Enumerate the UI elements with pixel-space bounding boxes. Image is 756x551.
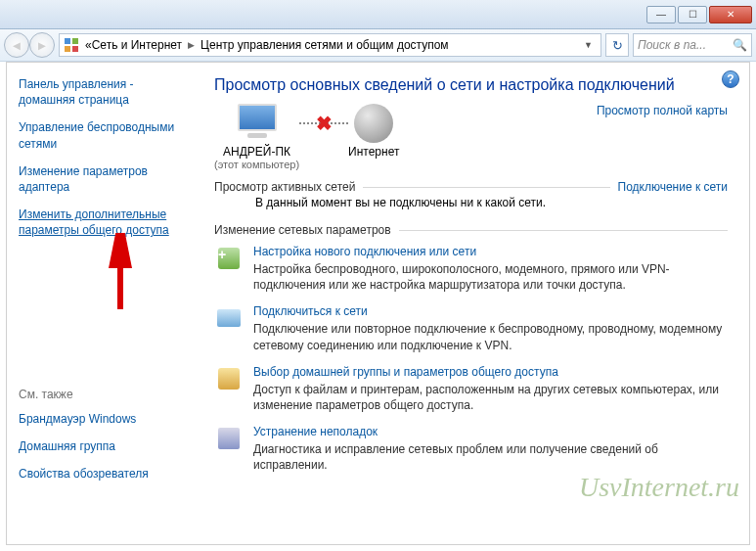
svg-rect-1 (72, 38, 78, 44)
setup-new-connection-item: Настройка нового подключения или сети На… (214, 245, 728, 293)
minimize-button[interactable]: — (646, 6, 676, 23)
connect-network-link[interactable]: Подключиться к сети (253, 304, 728, 318)
close-button[interactable]: ✕ (709, 6, 752, 23)
sidebar-adapter[interactable]: Изменение параметров адаптера (19, 163, 193, 195)
active-networks-title: Просмотр активных сетей (214, 180, 355, 194)
sidebar-internet-options[interactable]: Свойства обозревателя (19, 466, 193, 482)
connect-icon (214, 304, 244, 332)
pc-name: АНДРЕЙ-ПК (214, 145, 299, 159)
sidebar: Панель управления - домашняя страница Уп… (7, 63, 204, 544)
sidebar-advanced-sharing[interactable]: Изменить дополнительные параметры общего… (19, 207, 193, 238)
see-also-label: См. также (19, 388, 193, 401)
change-settings-header: Изменение сетевых параметров (214, 223, 728, 237)
sidebar-homegroup[interactable]: Домашняя группа (19, 438, 193, 454)
sidebar-firewall[interactable]: Брандмауэр Windows (19, 411, 193, 427)
window-titlebar: — ☐ ✕ (0, 0, 756, 29)
connect-desc: Подключение или повторное подключение к … (253, 321, 728, 352)
nav-back-forward: ◄ ► (4, 32, 55, 58)
setup-desc: Настройка беспроводного, широкополосного… (253, 261, 728, 293)
active-networks-header: Просмотр активных сетей Подключение к се… (214, 180, 728, 194)
disconnected-icon: ✖ (316, 112, 333, 135)
connect-to-network-link[interactable]: Подключение к сети (618, 180, 728, 194)
troubleshoot-link[interactable]: Устранение неполадок (253, 425, 728, 438)
globe-icon (354, 104, 393, 143)
control-panel-icon (64, 37, 79, 53)
this-pc-node: АНДРЕЙ-ПК (этот компьютер) (214, 104, 299, 170)
change-settings-title: Изменение сетевых параметров (214, 223, 391, 237)
svg-rect-2 (65, 46, 70, 52)
svg-rect-3 (72, 46, 78, 52)
troubleshoot-icon (214, 425, 244, 452)
setup-icon (214, 245, 244, 272)
back-button[interactable]: ◄ (4, 32, 29, 58)
setup-new-connection-link[interactable]: Настройка нового подключения или сети (253, 245, 728, 258)
breadcrumb-prefix: « (85, 38, 92, 52)
main-content: ? Просмотр основных сведений о сети и на… (204, 63, 749, 544)
pc-sub: (этот компьютер) (214, 159, 299, 170)
connection-line: ✖ (299, 104, 348, 143)
troubleshoot-item: Устранение неполадок Диагностика и испра… (214, 425, 728, 473)
homegroup-icon (214, 365, 244, 392)
connect-network-item: Подключиться к сети Подключение или повт… (214, 304, 728, 352)
search-placeholder: Поиск в па... (638, 38, 706, 52)
homegroup-desc: Доступ к файлам и принтерам, расположенн… (253, 382, 728, 413)
page-title: Просмотр основных сведений о сети и наст… (214, 76, 728, 94)
help-icon[interactable]: ? (722, 70, 739, 88)
breadcrumb-1[interactable]: Сеть и Интернет (92, 38, 182, 52)
sidebar-wireless[interactable]: Управление беспроводными сетями (19, 119, 193, 151)
window-body: Панель управления - домашняя страница Уп… (6, 62, 750, 545)
full-map-link[interactable]: Просмотр полной карты (597, 104, 728, 117)
internet-label: Интернет (348, 145, 399, 159)
svg-rect-0 (65, 38, 70, 44)
sidebar-home[interactable]: Панель управления - домашняя страница (19, 76, 193, 108)
breadcrumb-2[interactable]: Центр управления сетями и общим доступом (200, 38, 449, 52)
not-connected-text: В данный момент вы не подключены ни к ка… (255, 196, 728, 209)
watermark: UsvInternet.ru (579, 472, 739, 503)
chevron-right-icon: ▶ (188, 40, 195, 50)
address-dropdown-icon[interactable]: ▼ (580, 40, 597, 50)
address-bar[interactable]: « Сеть и Интернет ▶ Центр управления сет… (59, 33, 601, 57)
homegroup-item: Выбор домашней группы и параметров общег… (214, 365, 728, 413)
network-map: АНДРЕЙ-ПК (этот компьютер) ✖ Интернет Пр… (214, 104, 728, 170)
search-icon: 🔍 (733, 38, 747, 52)
maximize-button[interactable]: ☐ (678, 6, 707, 23)
troubleshoot-desc: Диагностика и исправление сетевых пробле… (253, 441, 728, 473)
homegroup-link[interactable]: Выбор домашней группы и параметров общег… (253, 365, 728, 379)
internet-node: Интернет (348, 104, 399, 159)
computer-icon (235, 104, 280, 143)
search-input[interactable]: Поиск в па... 🔍 (633, 33, 752, 57)
refresh-button[interactable]: ↻ (605, 33, 629, 57)
navigation-bar: ◄ ► « Сеть и Интернет ▶ Центр управления… (0, 29, 756, 62)
forward-button[interactable]: ► (29, 32, 55, 58)
